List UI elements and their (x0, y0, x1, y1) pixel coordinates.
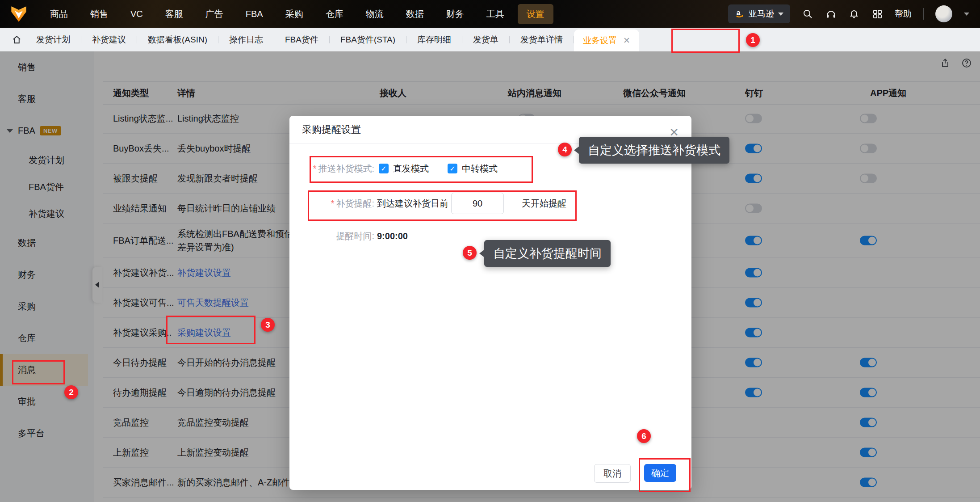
step-badge-1: 1 (746, 33, 760, 47)
support-headset-icon[interactable] (825, 8, 837, 20)
remind-prefix-text: 到达建议补货日前 (377, 198, 448, 210)
step-badge-3: 3 (261, 318, 275, 332)
nav-item-仓库[interactable]: 仓库 (317, 4, 352, 24)
restock-remind-label: *补货提醒: (289, 198, 374, 210)
nav-right: a 亚马逊 帮助 (728, 4, 980, 23)
help-link[interactable]: 帮助 (895, 8, 912, 20)
tab-label: 操作日志 (229, 34, 263, 46)
tab-补货建议[interactable]: 补货建议 (81, 28, 137, 51)
tab-bar: 发货计划补货建议数据看板(ASIN)操作日志FBA货件FBA货件(STA)库存明… (0, 28, 980, 51)
tab-发货计划[interactable]: 发货计划 (25, 28, 81, 51)
search-icon[interactable] (802, 8, 813, 20)
restock-remind-field: *补货提醒: 到达建议补货日前 天开始提醒 (289, 193, 566, 214)
remind-time-field: 提醒时间: 9:00:00 (289, 226, 408, 246)
amazon-icon: a (735, 9, 745, 19)
tab-操作日志[interactable]: 操作日志 (218, 28, 274, 51)
push-mode-label: *推送补货模式: (289, 163, 374, 175)
nav-item-物流[interactable]: 物流 (357, 4, 393, 24)
nav-item-财务[interactable]: 财务 (437, 4, 473, 24)
days-before-input[interactable] (451, 193, 504, 214)
direct-mode-label: 直发模式 (393, 163, 429, 175)
nav-item-工具[interactable]: 工具 (477, 4, 513, 24)
marketplace-label: 亚马逊 (749, 8, 774, 20)
tab-label: 数据看板(ASIN) (148, 34, 207, 46)
notification-bell-icon[interactable] (848, 8, 860, 20)
tab-发货单[interactable]: 发货单 (462, 28, 509, 51)
direct-mode-option[interactable]: ✓ 直发模式 (379, 163, 429, 175)
push-mode-field: *推送补货模式: ✓ 直发模式 ✓ 中转模式 (289, 158, 498, 179)
marketplace-selector[interactable]: a 亚马逊 (728, 4, 790, 23)
tab-label: 发货单 (473, 34, 498, 46)
transit-mode-option[interactable]: ✓ 中转模式 (448, 163, 498, 175)
purchase-reminder-modal: 采购提醒设置 ✕ *推送补货模式: ✓ 直发模式 ✓ 中转模式 *补货提醒: 到… (289, 116, 691, 490)
tab-close-icon[interactable]: ✕ (623, 35, 630, 46)
app-logo-icon[interactable] (10, 5, 28, 23)
nav-item-商品[interactable]: 商品 (41, 4, 77, 24)
tooltip-remind-time: 自定义补货提醒时间 (484, 240, 611, 267)
nav-item-广告[interactable]: 广告 (197, 4, 232, 24)
nav-item-客服[interactable]: 客服 (156, 4, 192, 24)
tab-FBA货件[interactable]: FBA货件 (274, 28, 329, 51)
tab-label: 业务设置 (583, 35, 617, 46)
account-chevron-down-icon[interactable] (964, 13, 969, 16)
tab-业务设置[interactable]: 业务设置✕ (574, 30, 639, 51)
tab-label: FBA货件(STA) (340, 34, 395, 46)
tab-label: 发货单详情 (520, 34, 563, 46)
checkbox-checked-icon[interactable]: ✓ (379, 164, 389, 173)
checkbox-checked-icon[interactable]: ✓ (448, 164, 457, 173)
nav-item-VC[interactable]: VC (121, 5, 152, 23)
tab-发货单详情[interactable]: 发货单详情 (510, 28, 574, 51)
remind-time-value: 9:00:00 (377, 231, 408, 241)
nav-item-采购[interactable]: 采购 (276, 4, 312, 24)
remind-time-label: 提醒时间: (289, 230, 374, 242)
tab-数据看板(ASIN)[interactable]: 数据看板(ASIN) (137, 28, 218, 51)
tab-label: 补货建议 (92, 34, 126, 46)
top-nav: 商品销售VC客服广告FBA采购仓库物流数据财务工具设置 a 亚马逊 (0, 0, 980, 28)
main-menu: 商品销售VC客服广告FBA采购仓库物流数据财务工具设置 (41, 4, 553, 24)
svg-text:a: a (737, 9, 741, 17)
tab-label: 发货计划 (36, 34, 70, 46)
step-badge-6: 6 (637, 429, 651, 443)
nav-divider (923, 8, 924, 20)
apps-grid-icon[interactable] (871, 8, 883, 20)
remind-suffix-text: 天开始提醒 (522, 198, 566, 210)
tab-label: 库存明细 (417, 34, 451, 46)
step-badge-4: 4 (558, 143, 572, 156)
confirm-button[interactable]: 确定 (644, 464, 676, 482)
transit-mode-label: 中转模式 (462, 163, 498, 175)
open-tabs: 发货计划补货建议数据看板(ASIN)操作日志FBA货件FBA货件(STA)库存明… (25, 28, 639, 51)
step-badge-5: 5 (463, 246, 477, 260)
home-tab-icon[interactable] (12, 34, 22, 45)
nav-item-设置[interactable]: 设置 (518, 4, 553, 24)
tab-FBA货件(STA)[interactable]: FBA货件(STA) (330, 28, 406, 51)
tab-label: FBA货件 (285, 34, 318, 46)
nav-item-销售[interactable]: 销售 (81, 4, 117, 24)
tooltip-push-mode: 自定义选择推送补货模式 (579, 137, 729, 164)
tab-库存明细[interactable]: 库存明细 (406, 28, 462, 51)
cancel-button[interactable]: 取消 (594, 464, 631, 483)
nav-item-FBA[interactable]: FBA (237, 5, 272, 23)
step-badge-2: 2 (64, 385, 78, 399)
chevron-down-icon (778, 13, 783, 16)
user-avatar[interactable] (935, 5, 952, 22)
nav-item-数据[interactable]: 数据 (397, 4, 433, 24)
